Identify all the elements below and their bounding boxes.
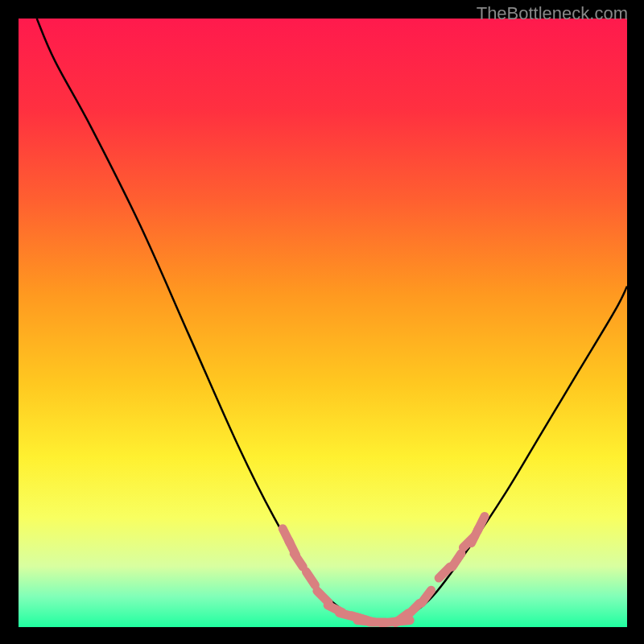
chart-container: TheBottleneck.com — [0, 0, 644, 644]
watermark-text: TheBottleneck.com — [477, 3, 628, 24]
marker-bottom_markers — [394, 620, 410, 621]
chart-svg — [19, 19, 627, 627]
gradient-background — [19, 19, 627, 627]
